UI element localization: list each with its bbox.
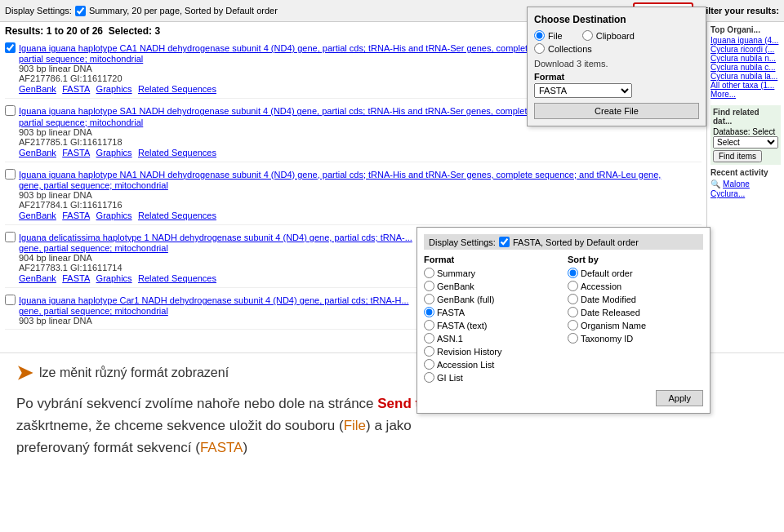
result-checkbox-2[interactable] xyxy=(5,105,16,116)
related-link-1[interactable]: Related Sequences xyxy=(138,84,216,94)
genbank-link-4[interactable]: GenBank xyxy=(19,273,56,283)
database-select[interactable]: Select xyxy=(713,136,778,149)
more-link[interactable]: More... xyxy=(710,90,781,99)
format-genbank-full-radio[interactable] xyxy=(424,294,434,304)
format-asn1-radio[interactable] xyxy=(424,333,434,344)
result-subtitle-1[interactable]: partial sequence; mitochondrial xyxy=(19,54,567,64)
result-accession-1: AF217786.1 GI:11611720 xyxy=(19,73,567,83)
organism-link-1[interactable]: Iguana iguana (4... xyxy=(710,36,781,45)
file-radio[interactable] xyxy=(534,30,545,41)
result-links-4: GenBank FASTA Graphics Related Sequences xyxy=(19,273,412,284)
format-gi-radio[interactable] xyxy=(424,372,434,383)
sort-date-released-radio[interactable] xyxy=(568,307,578,317)
sort-organism-row: Organism Name xyxy=(568,320,703,330)
sort-date-modified-radio[interactable] xyxy=(568,294,578,304)
apply-button[interactable]: Apply xyxy=(656,390,703,406)
result-checkbox-1[interactable] xyxy=(5,42,16,53)
format-genbank-full-label: GenBank (full) xyxy=(437,295,494,304)
collections-option-row: Collections xyxy=(534,43,699,54)
create-file-button[interactable]: Create File xyxy=(534,103,699,119)
format-revision-row: Revision History xyxy=(424,346,559,357)
result-info-2: 903 bp linear DNA xyxy=(19,127,567,137)
collections-label: Collections xyxy=(548,44,592,54)
result-accession-3: AF217784.1 GI:11611716 xyxy=(19,200,661,210)
display-settings-label: Display Settings: xyxy=(5,6,72,16)
format-genbank-label: GenBank xyxy=(437,282,474,291)
format-fasta-text-radio[interactable] xyxy=(424,320,434,330)
popup-download-section: Download 3 items. Format FASTA GenBank A… xyxy=(534,59,699,119)
graphics-link-1[interactable]: Graphics xyxy=(96,84,132,94)
format-select[interactable]: FASTA GenBank ASN.1 Summary xyxy=(534,83,632,98)
sort-taxonomy-row: Taxonomy ID xyxy=(568,333,703,344)
result-title-5[interactable]: Iguana iguana haplotype Car1 NADH dehydr… xyxy=(19,295,409,306)
genbank-link-3[interactable]: GenBank xyxy=(19,211,56,220)
result-checkbox-4[interactable] xyxy=(5,232,16,242)
result-links-3: GenBank FASTA Graphics Related Sequences xyxy=(19,210,661,221)
result-info-1: 903 bp linear DNA xyxy=(19,64,567,73)
format-fasta-text-label: FASTA (text) xyxy=(437,321,488,330)
recent-activity-title: Recent activity xyxy=(710,168,781,177)
format-fasta-radio[interactable] xyxy=(424,307,434,317)
format-summary-radio[interactable] xyxy=(424,268,434,278)
format-summary-label: Summary xyxy=(437,268,475,278)
sort-organism-label: Organism Name xyxy=(581,321,646,330)
fasta-link-3[interactable]: FASTA xyxy=(62,211,90,220)
format-fasta-label: FASTA xyxy=(437,308,465,317)
find-items-button[interactable]: Find items xyxy=(713,150,762,162)
result-links-1: GenBank FASTA Graphics Related Sequences xyxy=(19,83,567,95)
graphics-link-4[interactable]: Graphics xyxy=(96,273,132,283)
display-settings-popup: Display Settings: FASTA, Sorted by Defau… xyxy=(416,227,710,414)
sort-taxonomy-radio[interactable] xyxy=(568,333,578,344)
download-info: Download 3 items. xyxy=(534,59,699,69)
arrow-icon: ➤ xyxy=(16,361,33,384)
graphics-link-3[interactable]: Graphics xyxy=(96,211,132,220)
collections-radio[interactable] xyxy=(534,43,545,54)
sort-date-modified-row: Date Modified xyxy=(568,294,703,304)
related-link-4[interactable]: Related Sequences xyxy=(138,273,216,283)
file-label: File xyxy=(548,31,563,41)
ds-header-value: FASTA, Sorted by Default order xyxy=(513,237,639,247)
organism-link-6[interactable]: All other taxa (1... xyxy=(710,81,781,90)
format-asn1-label: ASN.1 xyxy=(437,334,463,344)
result-title-3[interactable]: Iguana iguana haplotype NA1 NADH dehydro… xyxy=(19,169,661,180)
related-link-2[interactable]: Related Sequences xyxy=(138,148,216,157)
top-organisms-section: Top Organi... Iguana iguana (4... Cyclur… xyxy=(710,25,781,99)
format-accession-row: Accession List xyxy=(424,359,559,370)
result-title-2[interactable]: Iguana iguana haplotype SA1 NADH dehydro… xyxy=(19,105,567,117)
format-accession-radio[interactable] xyxy=(424,359,434,370)
result-subtitle-3[interactable]: gene, partial sequence; mitochondrial xyxy=(19,180,661,190)
result-subtitle-2[interactable]: partial sequence; mitochondrial xyxy=(19,117,567,127)
result-checkbox-5[interactable] xyxy=(5,295,16,305)
sortby-col: Sort by Default order Accession Date Mod… xyxy=(568,255,703,385)
fasta-link-2[interactable]: FASTA xyxy=(62,148,90,157)
genbank-link-1[interactable]: GenBank xyxy=(19,84,56,94)
result-title-4[interactable]: Iguana delicatissima haplotype 1 NADH de… xyxy=(19,232,412,243)
ds-checkbox[interactable] xyxy=(499,237,510,247)
format-summary-row: Summary xyxy=(424,268,559,278)
clipboard-radio[interactable] xyxy=(582,30,593,41)
organism-link-3[interactable]: Cyclura nubila n... xyxy=(710,54,781,63)
sort-organism-radio[interactable] xyxy=(568,320,578,330)
result-checkbox-3[interactable] xyxy=(5,169,16,180)
organism-link-4[interactable]: Cyclura nubila c... xyxy=(710,63,781,72)
database-label: Database: Select xyxy=(713,127,778,136)
organism-link-5[interactable]: Cyclura nubila la... xyxy=(710,72,781,81)
fasta-link-1[interactable]: FASTA xyxy=(62,84,90,94)
organism-link-2[interactable]: Cyclura ricordi (... xyxy=(710,45,781,54)
popup-title: Choose Destination xyxy=(534,14,699,25)
result-title-1[interactable]: Iguana iguana haplotype CA1 NADH dehydro… xyxy=(19,42,567,54)
format-revision-radio[interactable] xyxy=(424,346,434,357)
fasta-link-4[interactable]: FASTA xyxy=(62,273,90,283)
result-subtitle-4[interactable]: gene, partial sequence; mitochondrial xyxy=(19,243,412,253)
sort-default-radio[interactable] xyxy=(568,268,578,278)
format-fasta-row: FASTA xyxy=(424,307,559,317)
format-genbank-radio[interactable] xyxy=(424,281,434,291)
genbank-link-2[interactable]: GenBank xyxy=(19,148,56,157)
graphics-link-2[interactable]: Graphics xyxy=(96,148,132,157)
result-subtitle-5[interactable]: gene, partial sequence; mitochondrial xyxy=(19,306,409,316)
related-link-3[interactable]: Related Sequences xyxy=(138,211,216,220)
fasta-highlight: FASTA xyxy=(200,440,243,455)
display-settings-checkbox[interactable] xyxy=(75,6,86,16)
sort-accession-radio[interactable] xyxy=(568,281,578,291)
format-fasta-text-row: FASTA (text) xyxy=(424,320,559,330)
